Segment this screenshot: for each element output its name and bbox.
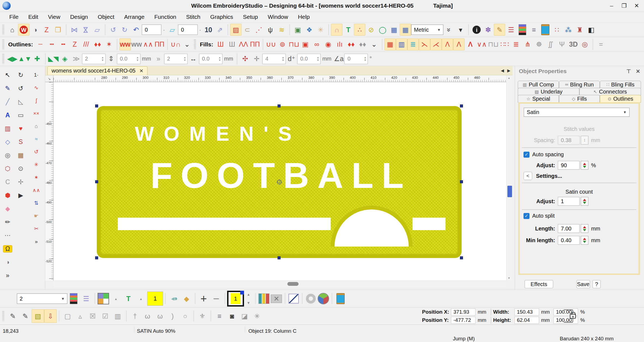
- pentagon-icon[interactable]: ⌂: [31, 122, 42, 130]
- spacing-input[interactable]: 0.38: [558, 136, 580, 145]
- lettering-tool[interactable]: A: [2, 110, 13, 120]
- more-outlines-icon[interactable]: ⌄: [181, 38, 193, 50]
- adjust-spinner[interactable]: [581, 161, 588, 170]
- next-color-icon[interactable]: ▴: [135, 292, 147, 306]
- length-input[interactable]: 7.00: [558, 224, 580, 233]
- insert-image-icon[interactable]: ▣: [292, 24, 303, 36]
- line-fill-icon[interactable]: ≣: [510, 38, 522, 50]
- trident-fill-icon[interactable]: Ψ: [556, 38, 568, 50]
- wilcom-workspace-icon[interactable]: W: [18, 24, 29, 36]
- color-film-icon[interactable]: [67, 292, 80, 306]
- open-shape-tool[interactable]: C: [2, 177, 13, 187]
- tab-next-icon[interactable]: ▶: [507, 68, 510, 73]
- thread-spool-icon[interactable]: [540, 24, 551, 36]
- menu-item-function[interactable]: Function: [149, 14, 181, 20]
- satin-raised-outline-icon[interactable]: ww: [131, 38, 142, 50]
- design-properties-icon[interactable]: ✽: [482, 24, 494, 36]
- product-tshirt-icon[interactable]: T: [342, 24, 354, 36]
- menu-item-window[interactable]: Window: [263, 14, 293, 20]
- run-dash-icon[interactable]: ┄: [35, 38, 46, 50]
- zigzag-small-icon[interactable]: ∧∧: [142, 38, 154, 50]
- maze-fill-icon[interactable]: ▣: [300, 38, 311, 50]
- color-wheel-icon[interactable]: [317, 292, 330, 306]
- zig-line-fill-icon[interactable]: ∨∧: [476, 38, 487, 50]
- knife-tool[interactable]: ╱: [2, 97, 13, 106]
- row-spacing-icon[interactable]: ⇕: [106, 53, 117, 65]
- contrast-view-icon[interactable]: ◧: [585, 24, 597, 36]
- radial-fill-icon[interactable]: ⋋: [419, 38, 430, 50]
- buttonhole-tool[interactable]: ◇: [2, 137, 13, 146]
- run-dash2-icon[interactable]: ┅: [46, 38, 58, 50]
- coral-graph-icon[interactable]: ✳: [251, 309, 263, 323]
- s-curve-tool[interactable]: S: [15, 137, 26, 146]
- camera-icon[interactable]: ◙: [226, 309, 238, 323]
- contour-fill-icon[interactable]: ∪∪: [265, 38, 277, 50]
- circles-tool[interactable]: ⊙: [15, 164, 26, 173]
- basket-weave-tool[interactable]: ▦: [15, 151, 26, 160]
- copies-input[interactable]: 4▲▼: [262, 54, 286, 64]
- hoop-toggle-icon[interactable]: ⊘: [365, 24, 377, 36]
- toolbar-dropdown-icon[interactable]: ▾: [455, 24, 466, 36]
- picture-icon[interactable]: ◪: [238, 309, 251, 323]
- adjust-sliders-icon[interactable]: ≡: [213, 309, 226, 323]
- toolbar-grip[interactable]: [2, 311, 4, 321]
- more-tools-chevron[interactable]: »: [2, 271, 13, 280]
- lock-stitch-tool[interactable]: Ω: [2, 244, 13, 253]
- more-toolbars-icon[interactable]: »: [443, 24, 455, 36]
- document-tab-close-icon[interactable]: ✕: [139, 68, 143, 74]
- prev-color-icon[interactable]: ▴: [110, 292, 122, 306]
- radial-fill2-icon[interactable]: ⋌: [430, 38, 442, 50]
- pin-icon[interactable]: ⊤: [627, 68, 631, 74]
- rectangle-tool[interactable]: ▭: [15, 110, 26, 120]
- motif-fill-icon[interactable]: ♦♦: [357, 38, 368, 50]
- run-dash3-icon[interactable]: ╍: [58, 38, 69, 50]
- stagger-icon[interactable]: ≫: [71, 53, 82, 65]
- selection-handle[interactable]: [460, 256, 463, 259]
- hoop-grid-icon[interactable]: ▦: [400, 24, 411, 36]
- horizontal-scroll-thumb[interactable]: [287, 282, 299, 286]
- diamond-outline-icon[interactable]: ♦♦: [92, 38, 103, 50]
- cross-curve-fill-icon[interactable]: ∬: [545, 38, 556, 50]
- run-sample-icon[interactable]: ⋰: [253, 24, 264, 36]
- ink-pen-icon[interactable]: ◆: [180, 292, 193, 306]
- flower-cursor-icon[interactable]: ⚜: [196, 309, 209, 323]
- hatch-outline-icon[interactable]: ///: [80, 38, 92, 50]
- menu-item-design[interactable]: Design: [65, 14, 93, 20]
- design-info-icon[interactable]: i: [471, 24, 482, 36]
- gray-dash-icon[interactable]: =: [595, 38, 607, 50]
- stitch-dots-icon[interactable]: ∷: [551, 24, 562, 36]
- menu-item-stitch[interactable]: Stitch: [181, 14, 206, 20]
- mesh-tool[interactable]: ✢: [15, 177, 26, 187]
- dot-pattern-fill-icon[interactable]: ∷∷: [499, 38, 510, 50]
- column-spacing-icon[interactable]: ↔: [188, 53, 199, 65]
- add-color-icon[interactable]: +: [197, 292, 210, 306]
- selection-handle[interactable]: [278, 104, 281, 107]
- diamond-fill-icon[interactable]: ♦♦: [345, 38, 357, 50]
- toolbar-grip[interactable]: [2, 40, 4, 49]
- ruler-origin[interactable]: ↘: [45, 75, 53, 82]
- crosshatch-fill-icon[interactable]: ▦: [384, 38, 396, 50]
- tab-bling-fills[interactable]: ∷Bling Fills: [600, 81, 641, 88]
- design-canvas[interactable]: WOMEN'S FOOTBALL: [53, 82, 506, 281]
- selection-handle[interactable]: [278, 256, 281, 259]
- thread-remove-icon[interactable]: ✕: [270, 292, 283, 306]
- auto-spacing-checkbox[interactable]: ✓: [523, 152, 529, 158]
- spiral-fill-icon[interactable]: ⊚: [277, 38, 288, 50]
- position-y-input[interactable]: -477.72: [451, 317, 476, 324]
- menu-item-graphics[interactable]: Graphics: [205, 14, 238, 20]
- horizontal-scrollbar[interactable]: [53, 281, 506, 287]
- distance-input[interactable]: 0.0▲▼: [297, 54, 321, 64]
- comb-cyan-icon[interactable]: ≣: [407, 38, 419, 50]
- rotate-object-tool[interactable]: ↻: [15, 70, 26, 80]
- stitch-type-select[interactable]: Satin ▼: [524, 108, 630, 117]
- stemstitch-icon[interactable]: ∫: [31, 96, 42, 105]
- lock-icon[interactable]: [570, 314, 576, 319]
- satin-fill-icon[interactable]: Ш: [215, 38, 226, 50]
- curve-icon[interactable]: ): [166, 309, 179, 323]
- min-length-input[interactable]: 0.40: [558, 236, 580, 245]
- document-tab[interactable]: womens world soccer14-HERO-05 ✕: [47, 66, 148, 75]
- tab-connectors[interactable]: ↖Connectors: [579, 88, 641, 95]
- wheel-fill-icon[interactable]: ☸: [533, 38, 545, 50]
- satin-outline-icon[interactable]: ww: [119, 38, 131, 50]
- reshape-tool[interactable]: ✎: [2, 84, 13, 93]
